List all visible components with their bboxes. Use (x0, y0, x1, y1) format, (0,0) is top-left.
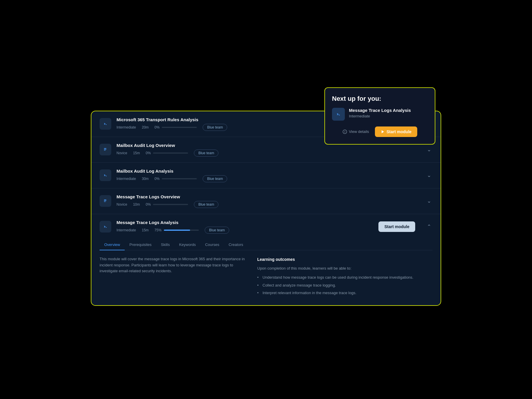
module-2-level: Novice (117, 151, 127, 155)
module-description: This module will cover the message trace… (100, 256, 246, 274)
bullet-list: Understand how message trace logs can be… (257, 275, 432, 296)
module-2-team-badge: Blue team (194, 150, 218, 157)
svg-marker-5 (382, 130, 384, 133)
next-up-actions: View details Start module (332, 126, 428, 137)
module-4-duration: 10m (133, 202, 140, 207)
module-4-team-badge: Blue team (194, 201, 218, 208)
page-wrapper: Next up for you: Message Trace Logs Anal… (91, 93, 441, 306)
module-3-pct: 0% (154, 177, 159, 181)
svg-rect-16 (104, 201, 106, 201)
module-row: Message Trace Logs Overview Novice 10m 0… (91, 188, 441, 214)
module-2-info: Mailbox Audit Log Overview Novice 15m 0%… (117, 143, 418, 157)
tab-courses[interactable]: Courses (200, 240, 224, 250)
module-2-progress-wrap: 0% (146, 151, 188, 155)
next-up-module-info: Message Trace Logs Analysis Intermediate (349, 108, 411, 118)
next-up-card: Next up for you: Message Trace Logs Anal… (324, 87, 435, 145)
module-2-pct: 0% (146, 151, 151, 155)
module-5-info: Message Trace Logs Analysis Intermediate… (117, 220, 373, 234)
module-3-title: Mailbox Audit Log Analysis (117, 169, 418, 174)
svg-rect-15 (104, 200, 106, 200)
tab-prerequisites[interactable]: Prerequisites (125, 240, 156, 250)
module-3-expand-button[interactable]: ⌄ (426, 171, 432, 180)
module-4-expand-button[interactable]: ⌄ (426, 197, 432, 205)
module-4-meta: Novice 10m 0% Blue team (117, 201, 418, 208)
module-5-progress-wrap: 75% (154, 228, 199, 232)
book-icon (102, 198, 108, 204)
module-2-expand-button[interactable]: ⌄ (426, 145, 432, 154)
module-5-progress-bar-fill (164, 230, 190, 231)
module-5-collapse-button[interactable]: ⌃ (426, 222, 432, 231)
terminal-icon (102, 121, 108, 127)
module-1-duration: 20m (142, 125, 149, 129)
terminal-icon (335, 111, 342, 117)
tab-creators[interactable]: Creators (224, 240, 248, 250)
module-2-duration: 15m (133, 151, 140, 155)
expanded-section: Overview Prerequisites Skills Keywords C… (91, 240, 441, 306)
module-3-team-badge: Blue team (203, 175, 227, 182)
module-5-meta: Intermediate 15m 75% Blue team (117, 227, 373, 234)
learning-intro: Upon completion of this module, learners… (257, 266, 432, 272)
module-3-meta: Intermediate 30m 0% Blue team (117, 175, 418, 182)
module-5-title: Message Trace Logs Analysis (117, 220, 373, 225)
svg-rect-17 (104, 202, 106, 202)
module-4-progress-bar-bg (153, 204, 188, 205)
module-3-progress-wrap: 0% (154, 177, 197, 181)
module-5-level: Intermediate (117, 228, 136, 232)
module-2-progress-bar-bg (153, 152, 188, 154)
module-2-meta: Novice 15m 0% Blue team (117, 150, 418, 157)
module-3-level: Intermediate (117, 177, 136, 181)
module-4-progress-wrap: 0% (146, 202, 188, 207)
module-1-progress-bar-bg (162, 127, 197, 128)
bullet-item: Understand how message trace logs can be… (257, 275, 432, 281)
module-5-progress-bar-bg (164, 230, 199, 231)
bullet-item: Collect and analyze message trace loggin… (257, 282, 432, 289)
next-up-title: Next up for you: (332, 95, 428, 103)
module-4-pct: 0% (146, 202, 151, 207)
view-details-button[interactable]: View details (343, 129, 369, 134)
bullet-item: Interpret relevant information in the me… (257, 290, 432, 296)
module-5-icon (100, 221, 111, 233)
module-5-duration: 15m (142, 228, 149, 232)
book-icon (102, 147, 108, 152)
module-1-progress-wrap: 0% (154, 125, 197, 129)
module-1-level: Intermediate (117, 125, 136, 129)
svg-rect-10 (104, 149, 106, 150)
module-4-title: Message Trace Logs Overview (117, 194, 418, 199)
module-row: Mailbox Audit Log Analysis Intermediate … (91, 163, 441, 188)
module-1-team-badge: Blue team (203, 124, 227, 131)
module-4-icon (100, 195, 111, 207)
info-icon (343, 129, 347, 134)
terminal-icon (102, 172, 108, 178)
module-row-expanded: Message Trace Logs Analysis Intermediate… (91, 214, 441, 240)
module-3-icon (100, 169, 111, 181)
tab-skills[interactable]: Skills (156, 240, 174, 250)
play-icon (381, 130, 385, 134)
module-3-progress-bar-bg (162, 178, 197, 179)
next-up-module-row: Message Trace Logs Analysis Intermediate (332, 108, 428, 121)
next-up-module-name: Message Trace Logs Analysis (349, 108, 411, 113)
learning-outcomes-col: Learning outcomes Upon completion of thi… (257, 256, 432, 298)
module-4-info: Message Trace Logs Overview Novice 10m 0… (117, 194, 418, 208)
tabs-row: Overview Prerequisites Skills Keywords C… (100, 240, 432, 250)
tab-overview[interactable]: Overview (100, 240, 125, 250)
svg-rect-11 (104, 150, 106, 151)
content-columns: This module will cover the message trace… (100, 256, 432, 298)
learning-outcomes-title: Learning outcomes (257, 256, 432, 263)
next-up-start-module-button[interactable]: Start module (375, 126, 418, 137)
module-4-level: Novice (117, 202, 127, 207)
terminal-icon (102, 224, 108, 230)
module-2-icon (100, 144, 111, 155)
module-3-info: Mailbox Audit Log Analysis Intermediate … (117, 169, 418, 182)
tab-keywords[interactable]: Keywords (174, 240, 200, 250)
module-1-icon (100, 118, 111, 130)
module-3-duration: 30m (142, 177, 149, 181)
svg-rect-9 (104, 148, 106, 149)
next-up-module-level: Intermediate (349, 114, 411, 118)
next-up-module-icon (332, 108, 345, 121)
module-1-pct: 0% (154, 125, 159, 129)
module-5-pct: 75% (154, 228, 161, 232)
module-5-team-badge: Blue team (205, 227, 229, 234)
description-col: This module will cover the message trace… (100, 256, 246, 298)
module-5-start-module-button[interactable]: Start module (378, 221, 415, 232)
